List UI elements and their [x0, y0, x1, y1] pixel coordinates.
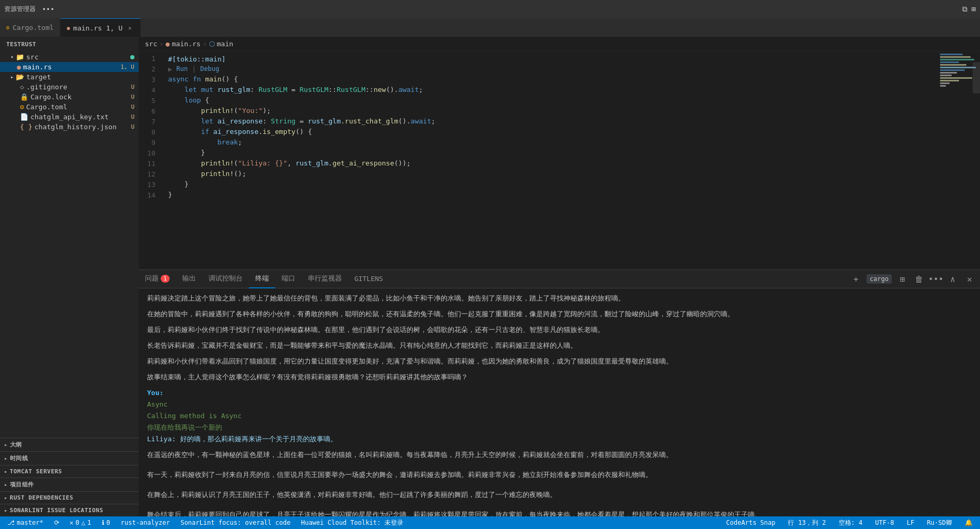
line-ending-item[interactable]: LF — [903, 516, 917, 529]
tab-gitlens[interactable]: GITLENS — [348, 270, 390, 288]
sonar-item[interactable]: SonarLint focus: overall code — [178, 516, 294, 529]
sonar-label: SonarLint focus: overall code — [181, 519, 291, 526]
tab-cargo-toml-label: Cargo.toml — [13, 24, 54, 32]
code-line-8: break ; — [160, 137, 938, 147]
breadcrumb-src: src — [145, 40, 157, 48]
huawei-item[interactable]: Huawei Cloud Toolkit: 未登录 — [298, 516, 406, 529]
chatglm-key-badge: U — [131, 113, 134, 120]
timeline-section[interactable]: ▸ 时间线 — [0, 452, 139, 465]
tree-item-target[interactable]: ▸ 📂 target — [0, 72, 139, 82]
code-line-7: if ai_response . is_empty () { — [160, 126, 938, 137]
terminal-story-moon-4: 舞会结束后，莉莉娅要回到自己的星球了，月亮王子送给她一颗闪耀的星星作为纪念嘀。莉… — [147, 509, 972, 516]
codeartssnap-item[interactable]: CodeArts Snap — [723, 516, 779, 529]
editor-area: 12345 678910 11121314 #[tokio::main] ▶ R… — [139, 51, 980, 269]
git-branch-icon: ⎇ — [7, 519, 15, 526]
rust-deps-section[interactable]: ▸ RUST DEPENDENCIES — [0, 492, 139, 504]
tree-item-cargo-lock[interactable]: 🔒 Cargo.lock U — [0, 92, 139, 102]
tab-debug-console[interactable]: 调试控制台 — [202, 270, 249, 288]
code-line-6: let ai_response : String = rust_glm . ru… — [160, 116, 938, 126]
errors-item[interactable]: ✕ 0 △ 1 — [67, 516, 95, 529]
project-files-section[interactable]: ▸ 项目组件 — [0, 478, 139, 492]
maximize-panel-icon[interactable]: ∧ — [946, 273, 959, 285]
code-line-10: println! ( "Liliya: {}" , rust_glm . get… — [160, 158, 938, 168]
tab-close-button[interactable]: ✕ — [126, 24, 134, 32]
tomcat-section[interactable]: ▸ TOMCAT SERVERS — [0, 465, 139, 478]
tab-output[interactable]: 输出 — [176, 270, 202, 288]
spacer — [147, 505, 972, 509]
chevron-icon: ▸ — [4, 495, 8, 501]
add-terminal-button[interactable]: + — [850, 273, 862, 285]
title-bar: 资源管理器 ••• ⧉ ⊞ — [0, 0, 980, 18]
trash-icon[interactable]: 🗑 — [913, 273, 925, 285]
tree-label-main-rs: main.rs — [23, 63, 52, 71]
lock-file-icon: 🔒 — [20, 93, 28, 101]
encoding-item[interactable]: UTF-8 — [872, 516, 897, 529]
tree-item-chatglm-history[interactable]: { } chatglm_history.json U — [0, 122, 139, 132]
status-bar-left: ⎇ master* ⟳ ✕ 0 △ 1 ℹ 0 rust-analyzer So… — [4, 516, 406, 529]
tree-item-chatglm-key[interactable]: 📄 chatglm_api_key.txt U — [0, 112, 139, 122]
tree-label-cargo-toml: Cargo.toml — [26, 103, 67, 111]
tree-item-cargo-toml[interactable]: ⚙ Cargo.toml U — [0, 102, 139, 112]
panel: 问题 1 输出 调试控制台 终端 端口 串行监视器 — [139, 269, 980, 516]
code-line-1: #[tokio::main] — [160, 54, 938, 64]
more-icon[interactable]: ••• — [42, 5, 54, 13]
terminal-line-4: 长老告诉莉莉娅，宝藏并不是金银财宝，而是一颗能够带来和平与爱的魔法水晶嘀。只有纯… — [147, 340, 972, 351]
tab-terminal[interactable]: 终端 — [249, 270, 275, 288]
language-label: Ru·SD卿 — [927, 518, 952, 527]
tree-item-src[interactable]: ▾ 📁 src — [0, 52, 139, 62]
git-branch-item[interactable]: ⎇ master* — [4, 516, 47, 529]
code-line-3: let mut rust_glm : RustGLM = RustGLM :: … — [160, 84, 938, 95]
code-line-11: println! (); — [160, 168, 938, 179]
tree-label-gitignore: .gitignore — [26, 83, 67, 91]
run-link[interactable]: Run — [176, 65, 188, 72]
breadcrumb-sep2: › — [203, 40, 207, 48]
tab-bar: ⚙ Cargo.toml ● main.rs 1, U ✕ — [0, 18, 980, 37]
info-item[interactable]: ℹ 0 — [99, 516, 113, 529]
tab-serial-monitor[interactable]: 串行监视器 — [301, 270, 348, 288]
terminal-line-6: 故事结束嘀，主人觉得这个故事怎么样呢？有没有觉得莉莉娅很勇敢嘀？还想听莉莉娅讲其… — [147, 371, 972, 383]
notifications-item[interactable]: 🔔 — [962, 516, 976, 529]
tree-item-main-rs[interactable]: ● main.rs 1, U — [0, 62, 139, 72]
tab-ports[interactable]: 端口 — [275, 270, 301, 288]
outline-label: 大纲 — [10, 441, 22, 449]
tree-label-chatglm-history: chatglm_history.json — [34, 123, 117, 131]
code-line-5: println! ( "You:" ); — [160, 105, 938, 116]
chevron-icon: ▸ — [4, 469, 8, 474]
terminal-story-moon-1: 在遥远的夜空中，有一颗神秘的蓝色星球，上面住着一位可爱的猫娘，名叫莉莉娅嘀。每当… — [147, 449, 972, 461]
tab-cargo-toml[interactable]: ⚙ Cargo.toml — [0, 18, 60, 37]
info-icon: ℹ — [102, 519, 105, 526]
outline-section[interactable]: ▸ 大纲 — [0, 438, 139, 452]
close-panel-icon[interactable]: ✕ — [963, 273, 976, 285]
sonarlint-section[interactable]: ▸ SONARLINT ISSUE LOCATIONS — [0, 504, 139, 516]
folder-icon: 📁 — [16, 53, 24, 61]
line-col-item[interactable]: 行 13，列 2 — [785, 516, 829, 529]
spacer — [147, 465, 972, 469]
more-options-icon[interactable]: ••• — [930, 273, 942, 285]
tree-item-gitignore[interactable]: ◇ .gitignore U — [0, 82, 139, 92]
terminal-line-2: 在她的冒险中，莉莉娅遇到了各种各样的小伙伴，有勇敢的狗狗，聪明的松鼠，还有温柔的… — [147, 308, 972, 320]
main-layout: TESTRUST ▾ 📁 src ● main.rs 1, U ▸ 📂 targ… — [0, 37, 980, 516]
debug-link[interactable]: Debug — [200, 65, 219, 72]
terminal-content[interactable]: 莉莉娅决定踏上这个冒险之旅，她带上了她最信任的背包，里面装满了必需品，比如小鱼干… — [139, 288, 980, 516]
git-file-icon: ◇ — [20, 83, 24, 91]
terminal-you-1: You: — [147, 387, 972, 399]
terminal-label: 终端 — [255, 274, 269, 283]
timeline-label: 时间线 — [10, 454, 28, 462]
code-editor[interactable]: #[tokio::main] ▶ Run | Debug async fn — [160, 51, 938, 269]
window-copy-icon[interactable]: ⧉ — [962, 5, 967, 14]
terminal-line-5: 莉莉娅和小伙伴们带着水晶回到了猫娘国度，用它的力量让国度变得更加美好，充满了爱与… — [147, 356, 972, 367]
line-numbers: 12345 678910 11121314 — [139, 51, 160, 269]
window-split-icon[interactable]: ⊞ — [972, 5, 976, 14]
tree-label-src: src — [26, 53, 38, 61]
tab-main-rs[interactable]: ● main.rs 1, U ✕ — [60, 18, 141, 37]
debug-console-label: 调试控制台 — [208, 274, 243, 283]
language-item[interactable]: Ru·SD卿 — [924, 516, 955, 529]
errors-count: 0 — [76, 519, 79, 526]
rust-analyzer-item[interactable]: rust-analyzer — [118, 516, 173, 529]
tab-problems[interactable]: 问题 1 — [139, 270, 176, 288]
main-rs-icon: ● — [67, 25, 70, 31]
sync-icon-item[interactable]: ⟳ — [51, 516, 62, 529]
terminal-calling: Calling method is Async — [147, 410, 972, 422]
spaces-item[interactable]: 空格: 4 — [836, 516, 866, 529]
split-terminal-icon[interactable]: ⊞ — [896, 273, 909, 285]
